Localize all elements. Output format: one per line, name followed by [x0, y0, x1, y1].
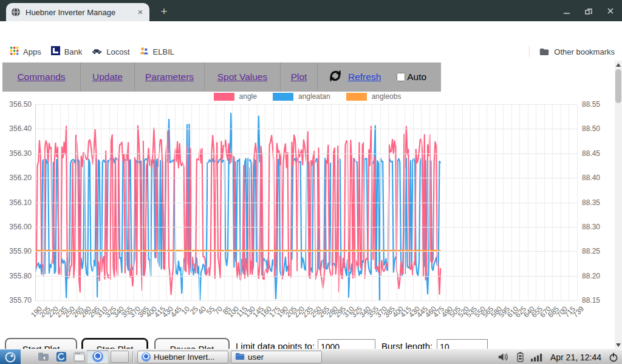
x-axis-tick: 595 — [497, 305, 511, 319]
network-signal-icon[interactable] — [531, 353, 543, 362]
gridline — [511, 104, 512, 300]
x-axis-tick: 400 — [144, 305, 159, 319]
power-icon[interactable] — [609, 352, 618, 362]
nav-link-spot-values[interactable]: Spot Values — [217, 72, 267, 83]
new-tab-button[interactable]: + — [157, 5, 171, 19]
legend-item-angle[interactable]: angle — [214, 92, 257, 101]
browser-tab[interactable]: Huebner Inverter Manage × — [6, 3, 149, 21]
nav-link-update[interactable]: Update — [92, 72, 123, 83]
refresh-arrows-icon[interactable] — [327, 68, 343, 86]
x-axis-tick: 739 — [571, 305, 586, 319]
gridline — [175, 104, 176, 300]
file-manager-icon[interactable] — [35, 350, 51, 363]
x-axis-tick: 280 — [325, 305, 340, 319]
gridline — [347, 104, 348, 300]
lubuntu-logo-icon — [4, 351, 16, 363]
bookmarks-bar: AppsBankLocostELBIL Other bookmarks — [0, 42, 622, 61]
terminal-icon[interactable] — [71, 350, 87, 363]
gridline — [536, 104, 536, 300]
gridline — [339, 104, 340, 300]
gridline — [388, 104, 389, 300]
nav-link-parameters[interactable]: Parameters — [145, 72, 194, 83]
bookmark-label: ELBIL — [153, 47, 174, 56]
auto-checkbox[interactable] — [397, 73, 405, 81]
gridline — [248, 104, 249, 300]
gridline — [306, 104, 307, 300]
x-axis-tick: 130 — [242, 305, 257, 319]
scrollbar-thumb[interactable] — [615, 69, 621, 103]
desktop-switch-icon[interactable] — [53, 350, 69, 363]
browser-titlebar: Huebner Inverter Manage × + — [0, 0, 622, 21]
other-bookmarks-label: Other bookmarks — [554, 47, 615, 56]
restore-icon[interactable] — [582, 4, 595, 18]
x-axis-tick: 250 — [309, 305, 323, 319]
x-axis-tick: 310 — [341, 305, 356, 319]
series-angleatan — [35, 113, 440, 300]
legend-item-angleatan[interactable]: angleatan — [273, 92, 330, 101]
bookmark-item[interactable]: Bank — [51, 46, 83, 57]
x-axis-tick: 670 — [538, 305, 553, 319]
gridline — [323, 104, 323, 300]
chromium-icon — [142, 352, 151, 362]
scroll-down-icon[interactable] — [615, 341, 622, 349]
bookmark-label: Bank — [64, 47, 83, 56]
nav-link-commands[interactable]: Commands — [17, 72, 65, 83]
x-axis-tick: 385 — [136, 305, 151, 319]
x-axis-tick: 145 — [251, 305, 265, 319]
x-axis-tick: 385 — [382, 305, 397, 319]
system-tray: Apr 21, 12:44 — [498, 349, 618, 364]
taskbar-clock[interactable]: Apr 21, 12:44 — [550, 352, 601, 362]
battery-icon[interactable] — [517, 352, 524, 362]
x-axis-tick: 700 — [555, 305, 569, 319]
legend-swatch-angleatan — [273, 93, 293, 101]
bank-bookmark-icon — [51, 46, 60, 57]
scroll-up-icon[interactable] — [615, 61, 622, 69]
page-scrollbar[interactable] — [615, 61, 622, 349]
x-axis-tick: 220 — [292, 305, 307, 319]
gridline — [561, 104, 561, 300]
x-axis-tick: 310 — [95, 305, 109, 319]
gridline — [35, 153, 577, 154]
gridline — [35, 227, 577, 228]
close-icon[interactable] — [604, 4, 617, 18]
x-axis-tick: 205 — [38, 305, 52, 319]
gridline — [487, 104, 487, 300]
gridline — [265, 104, 265, 300]
minimize-icon[interactable] — [560, 4, 573, 18]
legend-item-angleobs[interactable]: angleobs — [346, 92, 402, 101]
x-axis-tick: 475 — [431, 305, 446, 319]
x-axis-tick: 220 — [46, 305, 60, 319]
volume-icon[interactable] — [498, 352, 510, 362]
folder-icon — [539, 48, 549, 56]
gridline — [281, 104, 282, 300]
window-controls — [560, 0, 617, 21]
gridline — [364, 104, 364, 300]
gridline — [273, 104, 274, 300]
nav-link-plot[interactable]: Plot — [291, 72, 307, 83]
bookmark-items: AppsBankLocostELBIL — [0, 46, 174, 57]
other-bookmarks[interactable]: Other bookmarks — [529, 42, 615, 61]
x-axis-tick: 295 — [333, 305, 347, 319]
refresh-link[interactable]: Refresh — [348, 72, 381, 83]
task-window-huebner[interactable]: Huebner Invert... — [137, 351, 228, 363]
workspace-pager[interactable] — [111, 351, 129, 363]
start-menu-button[interactable] — [0, 349, 21, 364]
gridline — [290, 104, 290, 300]
chromium-launcher[interactable] — [87, 350, 109, 363]
bookmark-item[interactable]: Apps — [10, 46, 41, 57]
x-axis-tick: 235 — [54, 305, 69, 319]
gridline — [503, 104, 504, 300]
gridline — [446, 104, 446, 300]
nav-cell-commands: Commands — [2, 62, 81, 92]
bookmark-item[interactable]: ELBIL — [140, 47, 174, 57]
tab-title-fade — [114, 3, 131, 21]
x-axis-tick: 685 — [547, 305, 561, 319]
gridline — [35, 251, 577, 252]
right-axis-tick: 88.50 — [582, 124, 600, 133]
gridline — [397, 104, 397, 300]
gridline — [454, 104, 454, 300]
task-window-user[interactable]: user — [231, 351, 322, 363]
tab-close-icon[interactable]: × — [135, 7, 146, 18]
gridline — [35, 104, 36, 300]
bookmark-item[interactable]: Locost — [92, 47, 129, 56]
